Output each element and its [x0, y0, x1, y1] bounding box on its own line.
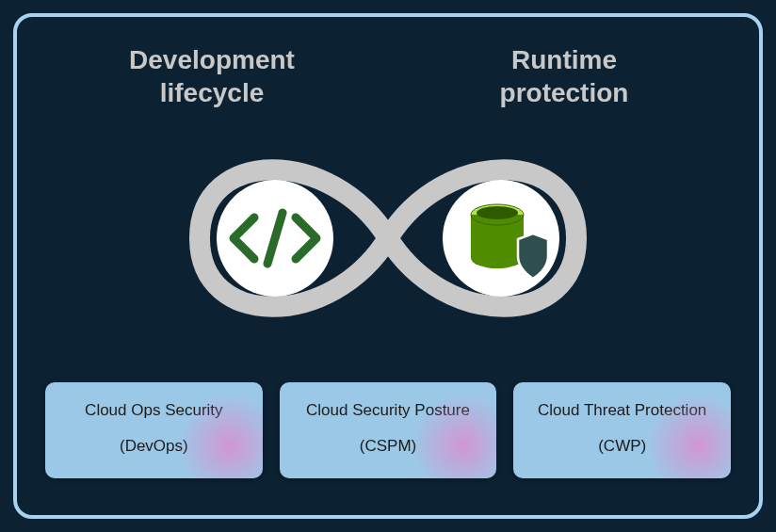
card-cwp: Cloud Threat Protection (CWP): [513, 382, 731, 478]
card-subtitle: (CSPM): [291, 435, 486, 458]
heading-left: Developmentlifecycle: [52, 43, 372, 109]
card-title: Cloud Ops Security: [57, 399, 251, 422]
svg-point-5: [477, 206, 518, 219]
card-subtitle: (CWP): [525, 435, 719, 458]
heading-right: Runtimeprotection: [404, 43, 724, 109]
cards-row: Cloud Ops Security (DevOps) Cloud Securi…: [36, 382, 740, 478]
card-cspm: Cloud Security Posture (CSPM): [280, 382, 497, 478]
infinity-container: [36, 119, 740, 359]
card-title: Cloud Security Posture: [291, 399, 486, 422]
card-devops: Cloud Ops Security (DevOps): [45, 382, 263, 478]
headings-row: Developmentlifecycle Runtimeprotection: [36, 43, 740, 109]
card-title: Cloud Threat Protection: [525, 399, 719, 422]
infinity-loop: [143, 119, 633, 359]
diagram-frame: Developmentlifecycle Runtimeprotection: [13, 13, 763, 519]
card-subtitle: (DevOps): [57, 435, 251, 458]
